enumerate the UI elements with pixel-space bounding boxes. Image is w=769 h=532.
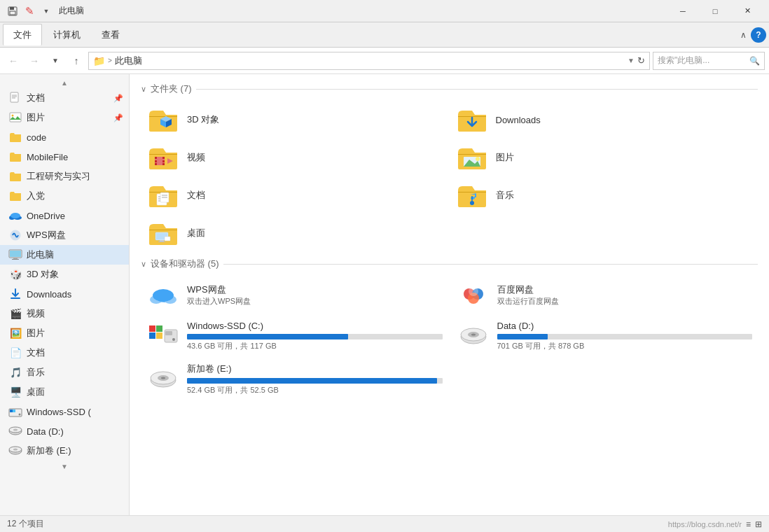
sidebar-item-pictures[interactable]: 图片 📌 [0,108,129,127]
undo-icon[interactable]: ✎ [22,4,36,18]
address-bar[interactable]: 📁 > 此电脑 ▼ ↻ [88,52,650,70]
folder-item-pictures[interactable]: 图片 [450,139,758,176]
watermark: https://blog.csdn.net/r [668,520,742,528]
folder-item-documents[interactable]: 文档 [141,176,450,214]
tab-view[interactable]: 查看 [92,24,130,46]
up-button[interactable]: ↑ [67,52,85,70]
sidebar-item-project[interactable]: 工程研究与实习 [0,167,129,186]
sidebar-item-data[interactable]: Data (D:) [0,421,129,441]
device-item-data[interactable]: Data (D:) 701 GB 可用，共 878 GB [451,316,758,356]
sidebar-item-thispc[interactable]: 此电脑 [0,245,129,265]
sidebar-scroll-up[interactable]: ▲ [0,77,129,88]
cssd-progress-bg [187,334,443,340]
sidebar-item-mobilefile[interactable]: MobileFile [0,147,129,167]
sidebar-item-rudang[interactable]: 入党 [0,186,129,206]
sidebar-item-windows-ssd[interactable]: Windows-SSD ( [0,402,129,421]
address-dropdown-icon[interactable]: ▼ [628,57,635,64]
svg-rect-65 [149,332,155,339]
folder-item-video[interactable]: 视频 [141,139,450,176]
view-list-icon[interactable]: ≡ [746,519,751,529]
pictures2-icon: 🖼️ [8,326,22,340]
sidebar-item-downloads[interactable]: Downloads [0,284,129,304]
folder-desktop-icon [146,218,180,248]
cssd-info: Windows-SSD (C:) 43.6 GB 可用，共 117 GB [187,321,443,351]
wps-name: WPS网盘 [187,284,443,296]
refresh-button[interactable]: ↻ [637,55,645,66]
video-icon: 🎬 [8,307,22,321]
documents-icon [8,91,22,105]
dropdown-icon[interactable]: ▼ [39,4,53,18]
device-grid: WPS网盘 双击进入WPS网盘 百度网盘 双击运行 [141,276,758,400]
svg-rect-33 [155,160,157,162]
device-item-baidu[interactable]: 百度网盘 双击运行百度网盘 [451,276,758,314]
forward-button[interactable]: → [25,52,43,70]
sidebar-item-music[interactable]: 🎵 音乐 [0,363,129,382]
devices-collapse-icon[interactable]: ∨ [141,260,146,269]
statusbar: 12 个项目 https://blog.csdn.net/r ≡ ⊞ [0,515,769,532]
svg-point-24 [13,429,18,431]
tab-computer[interactable]: 计算机 [43,24,90,46]
sidebar: ▲ 文档 📌 图片 📌 code [0,74,130,515]
sidebar-item-3d[interactable]: 🎲 3D 对象 [0,265,129,284]
help-button[interactable]: ? [751,27,766,43]
sidebar-item-wps[interactable]: WPS网盘 [0,225,129,245]
back-button[interactable]: ← [4,52,22,70]
folder-pictures-icon [455,143,489,172]
sidebar-label: 图片 [27,327,45,340]
folders-section-label: 文件夹 (7) [151,83,192,95]
sidebar-label: 桌面 [27,386,45,398]
wps-cloud-icon [146,280,180,309]
minimize-button[interactable]: ─ [667,0,699,22]
newe-progress-fill [187,378,437,384]
drive-icon [8,405,22,419]
sidebar-item-documents[interactable]: 文档 📌 [0,88,129,108]
sidebar-item-desktop[interactable]: 🖥️ 桌面 [0,382,129,402]
tab-file[interactable]: 文件 [3,24,42,46]
sidebar-item-docs2[interactable]: 📄 文档 [0,343,129,363]
nav-dropdown-button[interactable]: ▼ [46,52,64,70]
svg-point-58 [153,289,174,302]
sidebar-item-pictures2[interactable]: 🖼️ 图片 [0,323,129,343]
device-item-cssd[interactable]: Windows-SSD (C:) 43.6 GB 可用，共 117 GB [141,316,448,356]
sidebar-label: 视频 [27,307,45,320]
window-controls: ─ □ ✕ [667,0,763,22]
search-box[interactable]: 搜索"此电脑... 🔍 [653,52,765,70]
hdd-drive-icon [457,321,490,351]
folder-item-music[interactable]: 音乐 [450,176,758,214]
folder-icon [8,130,22,144]
folder-pictures-label: 图片 [496,151,514,164]
data-name: Data (D:) [497,321,753,331]
onedrive-icon [8,209,22,223]
svg-point-21 [19,414,21,416]
svg-rect-68 [165,331,172,335]
ribbon-collapse-icon[interactable]: ∧ [740,30,747,40]
folder-item-3d[interactable]: 3D 对象 [141,101,450,139]
folder-3d-label: 3D 对象 [187,113,219,126]
folder-item-desktop[interactable]: 桌面 [141,214,450,252]
folder-video-icon [146,143,180,172]
sidebar-item-onedrive[interactable]: OneDrive [0,206,129,225]
devices-divider [223,264,758,265]
close-button[interactable]: ✕ [731,0,763,22]
folders-collapse-icon[interactable]: ∨ [141,85,146,94]
maximize-button[interactable]: □ [699,0,731,22]
sidebar-label: WPS网盘 [27,229,66,241]
sidebar-label: Data (D:) [27,426,64,437]
device-item-newe[interactable]: 新加卷 (E:) 52.4 GB 可用，共 52.5 GB [141,358,448,400]
data-info: Data (D:) 701 GB 可用，共 878 GB [497,321,753,351]
svg-point-49 [470,201,474,205]
svg-point-11 [11,213,20,218]
save-icon[interactable] [6,4,20,18]
device-item-wps[interactable]: WPS网盘 双击进入WPS网盘 [141,276,448,314]
sidebar-label: MobileFile [27,152,68,162]
sidebar-item-code[interactable]: code [0,127,129,147]
svg-point-69 [172,338,175,341]
wps-info: WPS网盘 双击进入WPS网盘 [187,284,443,307]
folder-item-downloads[interactable]: Downloads [450,101,758,139]
sidebar-item-video[interactable]: 🎬 视频 [0,304,129,323]
view-grid-icon[interactable]: ⊞ [755,519,762,529]
sidebar-scroll-down[interactable]: ▼ [0,461,129,472]
window-title: 此电脑 [59,5,667,17]
sidebar-item-newe[interactable]: 新加卷 (E:) [0,441,129,461]
folder-icon [8,189,22,203]
